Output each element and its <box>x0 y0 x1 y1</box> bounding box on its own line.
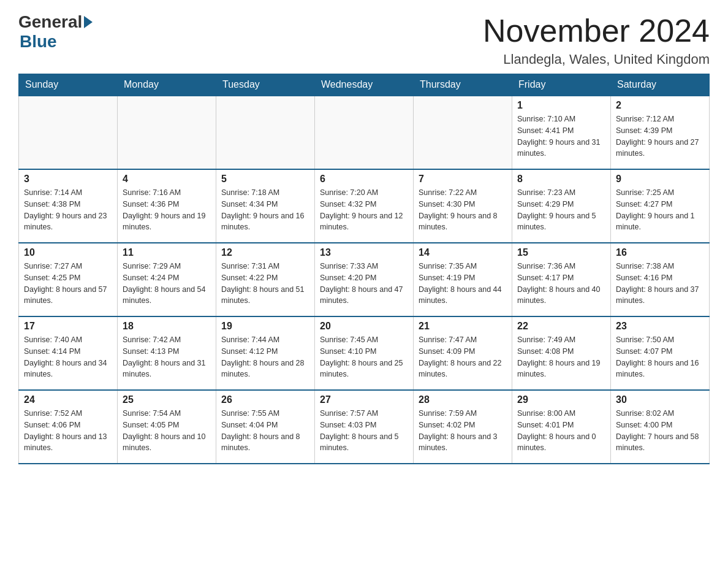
calendar-cell: 4 Sunrise: 7:16 AM Sunset: 4:36 PM Dayli… <box>118 169 216 243</box>
day-number: 10 <box>24 247 112 258</box>
sunset-text: Sunset: 4:07 PM <box>616 347 672 356</box>
day-info: Sunrise: 7:44 AM Sunset: 4:12 PM Dayligh… <box>221 334 309 380</box>
calendar-cell: 3 Sunrise: 7:14 AM Sunset: 4:38 PM Dayli… <box>19 169 118 243</box>
calendar-cell: 15 Sunrise: 7:36 AM Sunset: 4:17 PM Dayl… <box>512 243 611 316</box>
day-info: Sunrise: 7:12 AM Sunset: 4:39 PM Dayligh… <box>616 113 704 159</box>
day-info: Sunrise: 7:29 AM Sunset: 4:24 PM Dayligh… <box>123 261 211 307</box>
sunrise-text: Sunrise: 7:10 AM <box>517 115 575 123</box>
column-header-saturday: Saturday <box>611 74 710 96</box>
sunrise-text: Sunrise: 7:52 AM <box>24 409 82 418</box>
day-number: 25 <box>123 394 211 405</box>
day-info: Sunrise: 7:36 AM Sunset: 4:17 PM Dayligh… <box>517 261 605 307</box>
sunset-text: Sunset: 4:22 PM <box>221 274 278 282</box>
daylight-text: Daylight: 8 hours and 54 minutes. <box>123 285 206 305</box>
sunrise-text: Sunrise: 7:25 AM <box>616 188 674 197</box>
day-number: 29 <box>517 394 605 405</box>
calendar-cell: 30 Sunrise: 8:02 AM Sunset: 4:00 PM Dayl… <box>611 390 710 464</box>
calendar-cell <box>19 96 118 169</box>
calendar-week-row: 3 Sunrise: 7:14 AM Sunset: 4:38 PM Dayli… <box>19 169 710 243</box>
sunset-text: Sunset: 4:05 PM <box>123 421 179 429</box>
day-number: 8 <box>517 174 605 185</box>
calendar-cell: 25 Sunrise: 7:54 AM Sunset: 4:05 PM Dayl… <box>118 390 216 464</box>
logo-blue-text: Blue <box>20 32 57 52</box>
sunrise-text: Sunrise: 7:12 AM <box>616 115 674 123</box>
day-info: Sunrise: 7:57 AM Sunset: 4:03 PM Dayligh… <box>320 408 408 454</box>
day-info: Sunrise: 7:59 AM Sunset: 4:02 PM Dayligh… <box>419 408 507 454</box>
day-info: Sunrise: 7:50 AM Sunset: 4:07 PM Dayligh… <box>616 334 704 380</box>
page-header: General Blue November 2024 Llandegla, Wa… <box>18 12 710 67</box>
calendar-cell: 27 Sunrise: 7:57 AM Sunset: 4:03 PM Dayl… <box>315 390 414 464</box>
calendar-cell: 13 Sunrise: 7:33 AM Sunset: 4:20 PM Dayl… <box>315 243 414 316</box>
daylight-text: Daylight: 8 hours and 31 minutes. <box>123 359 206 379</box>
day-number: 21 <box>419 321 507 332</box>
day-number: 11 <box>123 247 211 258</box>
calendar-cell: 21 Sunrise: 7:47 AM Sunset: 4:09 PM Dayl… <box>414 316 512 390</box>
day-info: Sunrise: 7:42 AM Sunset: 4:13 PM Dayligh… <box>123 334 211 380</box>
sunrise-text: Sunrise: 7:29 AM <box>123 262 181 270</box>
day-number: 5 <box>221 174 309 185</box>
sunrise-text: Sunrise: 7:38 AM <box>616 262 674 270</box>
day-info: Sunrise: 7:40 AM Sunset: 4:14 PM Dayligh… <box>24 334 112 380</box>
calendar-cell: 19 Sunrise: 7:44 AM Sunset: 4:12 PM Dayl… <box>216 316 315 390</box>
daylight-text: Daylight: 9 hours and 16 minutes. <box>221 212 305 232</box>
daylight-text: Daylight: 8 hours and 47 minutes. <box>320 285 403 305</box>
calendar-cell: 20 Sunrise: 7:45 AM Sunset: 4:10 PM Dayl… <box>315 316 414 390</box>
sunset-text: Sunset: 4:01 PM <box>517 421 574 429</box>
sunrise-text: Sunrise: 7:23 AM <box>517 188 575 197</box>
sunset-text: Sunset: 4:14 PM <box>24 347 80 356</box>
calendar-cell: 8 Sunrise: 7:23 AM Sunset: 4:29 PM Dayli… <box>512 169 611 243</box>
day-number: 20 <box>320 321 408 332</box>
calendar-cell: 5 Sunrise: 7:18 AM Sunset: 4:34 PM Dayli… <box>216 169 315 243</box>
sunset-text: Sunset: 4:24 PM <box>123 274 179 282</box>
day-number: 23 <box>616 321 704 332</box>
sunset-text: Sunset: 4:00 PM <box>616 421 672 429</box>
column-header-monday: Monday <box>118 74 216 96</box>
calendar-cell <box>216 96 315 169</box>
day-number: 16 <box>616 247 704 258</box>
sunset-text: Sunset: 4:34 PM <box>221 200 278 209</box>
column-header-thursday: Thursday <box>414 74 512 96</box>
sunrise-text: Sunrise: 7:54 AM <box>123 409 181 418</box>
day-info: Sunrise: 7:16 AM Sunset: 4:36 PM Dayligh… <box>123 187 211 233</box>
title-section: November 2024 Llandegla, Wales, United K… <box>483 12 710 67</box>
day-number: 18 <box>123 321 211 332</box>
sunset-text: Sunset: 4:27 PM <box>616 200 672 209</box>
sunset-text: Sunset: 4:13 PM <box>123 347 179 356</box>
sunset-text: Sunset: 4:36 PM <box>123 200 179 209</box>
daylight-text: Daylight: 9 hours and 8 minutes. <box>419 212 498 232</box>
daylight-text: Daylight: 9 hours and 27 minutes. <box>616 138 699 158</box>
sunrise-text: Sunrise: 7:14 AM <box>24 188 82 197</box>
calendar-week-row: 10 Sunrise: 7:27 AM Sunset: 4:25 PM Dayl… <box>19 243 710 316</box>
day-info: Sunrise: 8:00 AM Sunset: 4:01 PM Dayligh… <box>517 408 605 454</box>
sunset-text: Sunset: 4:03 PM <box>320 421 376 429</box>
sunrise-text: Sunrise: 7:35 AM <box>419 262 477 270</box>
calendar-cell: 22 Sunrise: 7:49 AM Sunset: 4:08 PM Dayl… <box>512 316 611 390</box>
sunset-text: Sunset: 4:29 PM <box>517 200 574 209</box>
column-header-friday: Friday <box>512 74 611 96</box>
sunset-text: Sunset: 4:02 PM <box>419 421 475 429</box>
day-info: Sunrise: 7:23 AM Sunset: 4:29 PM Dayligh… <box>517 187 605 233</box>
calendar-cell: 28 Sunrise: 7:59 AM Sunset: 4:02 PM Dayl… <box>414 390 512 464</box>
logo-arrow-icon <box>84 16 93 28</box>
day-info: Sunrise: 7:22 AM Sunset: 4:30 PM Dayligh… <box>419 187 507 233</box>
calendar-cell <box>315 96 414 169</box>
month-title: November 2024 <box>483 12 710 49</box>
day-info: Sunrise: 8:02 AM Sunset: 4:00 PM Dayligh… <box>616 408 704 454</box>
daylight-text: Daylight: 8 hours and 51 minutes. <box>221 285 305 305</box>
day-number: 15 <box>517 247 605 258</box>
sunrise-text: Sunrise: 7:49 AM <box>517 335 575 344</box>
calendar-cell: 26 Sunrise: 7:55 AM Sunset: 4:04 PM Dayl… <box>216 390 315 464</box>
calendar-cell: 23 Sunrise: 7:50 AM Sunset: 4:07 PM Dayl… <box>611 316 710 390</box>
column-header-tuesday: Tuesday <box>216 74 315 96</box>
daylight-text: Daylight: 8 hours and 10 minutes. <box>123 432 206 453</box>
day-number: 19 <box>221 321 309 332</box>
day-info: Sunrise: 7:10 AM Sunset: 4:41 PM Dayligh… <box>517 113 605 159</box>
sunrise-text: Sunrise: 7:59 AM <box>419 409 477 418</box>
calendar-cell: 29 Sunrise: 8:00 AM Sunset: 4:01 PM Dayl… <box>512 390 611 464</box>
logo-general-text: General <box>18 12 82 32</box>
calendar-cell <box>414 96 512 169</box>
daylight-text: Daylight: 8 hours and 40 minutes. <box>517 285 601 305</box>
sunrise-text: Sunrise: 7:20 AM <box>320 188 378 197</box>
sunset-text: Sunset: 4:06 PM <box>24 421 80 429</box>
sunset-text: Sunset: 4:39 PM <box>616 126 672 135</box>
